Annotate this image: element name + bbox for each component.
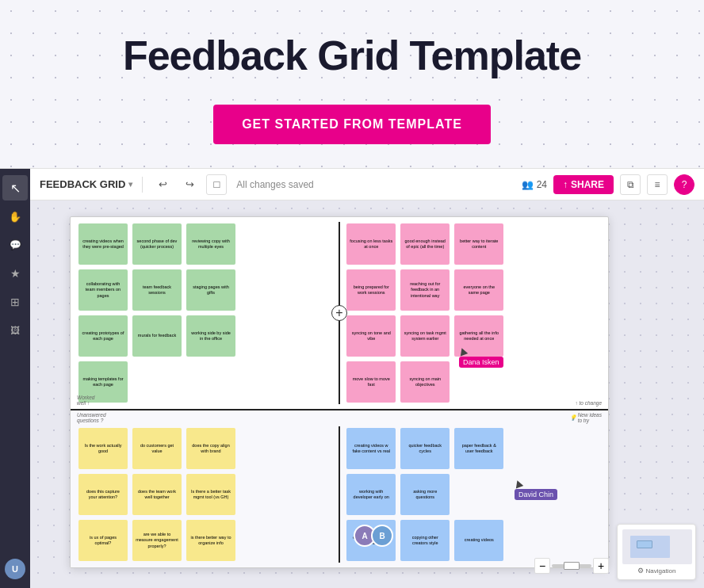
list-item: working side by side in the office (186, 315, 235, 357)
vertical-divider: + (339, 222, 341, 404)
new-ideas-col3: paper feedback & user feedback creating … (453, 426, 505, 563)
list-item: reviewing copy with multiple eyes (186, 223, 235, 265)
sidebar-item-hand[interactable]: ✋ (2, 204, 28, 229)
list-item: good enough instead of epic (all the tim… (400, 223, 450, 265)
list-item: is ux of pages optimal? (78, 520, 128, 561)
unanswered-section: Is the work actually good does this capt… (77, 426, 334, 563)
went-well-section: creating videos when they were pre-stage… (77, 222, 334, 404)
list-item: collaborating with team members on pages (78, 269, 128, 311)
unanswered-col3: does the copy align with brand Is there … (185, 426, 237, 563)
list-item: does this capture your attention? (78, 474, 128, 515)
list-item: syncing on tone and vibe (346, 315, 396, 357)
list-item: focusing on less tasks at once (346, 223, 396, 265)
redo-button[interactable]: ↪ (179, 174, 200, 195)
toolbar: FEEDBACK GRID ▾ ↩ ↪ □ All changes saved … (30, 169, 704, 200)
list-item: is there better way to organize info (186, 520, 235, 561)
zoom-slider[interactable] (552, 564, 591, 567)
page-title: Feedback Grid Template (123, 32, 581, 79)
list-item: being prepared for work sessions (346, 269, 396, 311)
list-item: creating videos w fake content vs real (346, 428, 396, 469)
user-count: 👥 24 (522, 179, 547, 190)
list-item: asking more questions (400, 474, 450, 515)
toolbar-divider (142, 177, 143, 193)
list-item: Is there a better task mgmt tool (vs GH) (186, 474, 235, 515)
went-well-col2: second phase of dev (quicker process) te… (131, 222, 183, 404)
to-improve-col3: better way to iterate content everyone o… (453, 222, 505, 404)
list-item: are we able to measure engagement proper… (132, 520, 182, 561)
gear-icon: ⚙ (637, 567, 644, 575)
unanswered-label: Unansweredquestions ? (77, 412, 106, 423)
list-item: syncing on main objectives (400, 361, 450, 403)
list-item: Is the work actually good (78, 428, 128, 469)
board-title: FEEDBACK GRID ▾ (40, 178, 132, 190)
main-area: FEEDBACK GRID ▾ ↩ ↪ □ All changes saved … (30, 169, 704, 588)
share-button[interactable]: ↑ SHARE (553, 175, 614, 194)
list-item: do customers get value (132, 428, 182, 469)
minimap-viewport (637, 540, 652, 548)
zoom-in-button[interactable]: + (593, 558, 609, 574)
list-item: quicker feedback cycles (400, 428, 450, 469)
list-item: does the team work well together (132, 474, 182, 515)
list-item: syncing on task mgmt system earlier (400, 315, 450, 357)
new-ideas-col2: quicker feedback cycles asking more ques… (399, 426, 451, 563)
zoom-out-button[interactable]: − (534, 558, 550, 574)
zoom-handle[interactable] (564, 562, 580, 570)
zoom-controls: − + (534, 558, 609, 574)
sidebar-item-image[interactable]: 🖼 (2, 318, 28, 343)
list-item: creating videos when they were pre-stage… (78, 223, 128, 265)
navigation-minimap: ⚙ Navigation (617, 524, 696, 580)
vertical-divider-bottom (339, 426, 341, 563)
list-item: reaching out for feedback in an intentio… (400, 269, 450, 311)
list-item: staging pages with gifts (186, 269, 235, 311)
undo-button[interactable]: ↩ (152, 174, 173, 195)
copy-button[interactable]: ⧉ (620, 174, 641, 195)
to-improve-col1: focusing on less tasks at once being pre… (345, 222, 397, 404)
list-item: paper feedback & user feedback (454, 428, 503, 469)
list-item: copying other creators style (400, 520, 450, 561)
list-item: second phase of dev (quicker process) (132, 223, 182, 265)
sidebar-item-grid[interactable]: ⊞ (2, 289, 28, 315)
sidebar-item-comment[interactable]: 💬 (2, 232, 28, 258)
minimap-label[interactable]: ⚙ Navigation (622, 567, 691, 575)
unanswered-col1: Is the work actually good does this capt… (77, 426, 129, 563)
add-icon[interactable]: + (331, 305, 347, 321)
list-item: creating videos (454, 520, 503, 561)
whiteboard: creating videos when they were pre-stage… (70, 216, 609, 568)
help-button[interactable]: ? (674, 174, 694, 195)
user-avatar: U (5, 559, 25, 579)
frame-button[interactable]: □ (206, 174, 227, 195)
save-status: All changes saved (236, 179, 313, 190)
minimap-canvas (622, 529, 692, 564)
list-item: move slow to move fast (346, 361, 396, 403)
list-item: creating prototypes of each page (78, 315, 128, 357)
list-item: murals for feedback (132, 315, 182, 357)
to-improve-section: focusing on less tasks at once being pre… (345, 222, 602, 404)
list-item: does the copy align with brand (186, 428, 235, 469)
table-button[interactable]: ≡ (647, 174, 668, 195)
sidebar-item-cursor[interactable]: ↖ (2, 175, 28, 200)
board-avatars: A B (354, 525, 393, 547)
unanswered-col2: do customers get value does the team wor… (131, 426, 183, 563)
sidebar-item-star[interactable]: ★ (2, 261, 28, 286)
went-well-col3: reviewing copy with multiple eyes stagin… (185, 222, 237, 404)
worked-well-label: Workedwell ↑ (77, 395, 94, 406)
cta-button[interactable]: GET STARTED FROM TEMPLATE (213, 105, 491, 144)
list-item: gathering all the info needed at once (454, 315, 503, 357)
chevron-down-icon[interactable]: ▾ (128, 180, 132, 189)
hero-section: Feedback Grid Template GET STARTED FROM … (0, 0, 704, 168)
to-improve-col2: good enough instead of epic (all the tim… (399, 222, 451, 404)
list-item (454, 474, 503, 515)
list-item: working with developer early on (346, 474, 396, 515)
sidebar-avatar[interactable]: U (2, 556, 28, 582)
share-icon: ↑ (563, 179, 568, 190)
app-frame: ↖ ✋ 💬 ★ ⊞ 🖼 U FEEDBACK GRID ▾ ↩ ↪ □ All … (0, 168, 704, 588)
users-icon: 👥 (522, 179, 534, 190)
list-item: better way to iterate content (454, 223, 503, 265)
avatar-2: B (371, 525, 393, 547)
went-well-col1: creating videos when they were pre-stage… (77, 222, 129, 404)
sidebar: ↖ ✋ 💬 ★ ⊞ 🖼 U (0, 169, 30, 588)
new-ideas-label: 💡 New ideasto try (570, 412, 602, 423)
canvas-area[interactable]: creating videos when they were pre-stage… (30, 200, 704, 588)
list-item: team feedback sessions (132, 269, 182, 311)
list-item: everyone on the same page (454, 269, 503, 311)
